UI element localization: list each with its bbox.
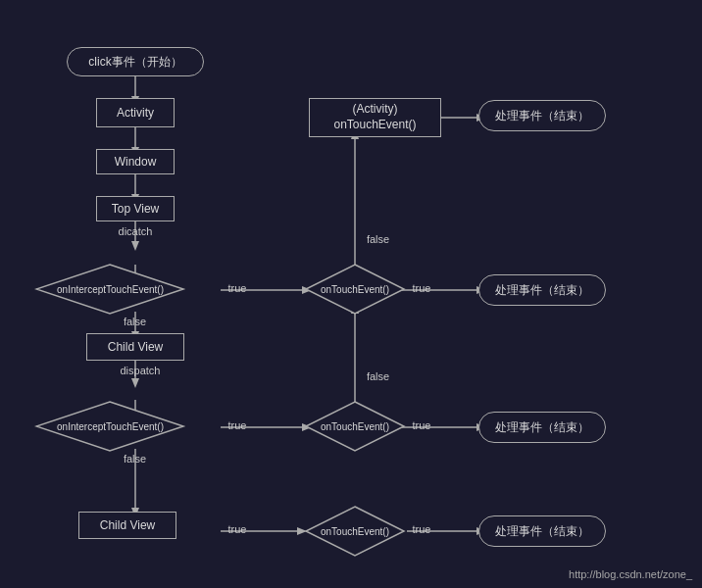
true4-label: true bbox=[408, 282, 435, 294]
childview2-node: Child View bbox=[78, 512, 176, 539]
true5-label: true bbox=[408, 419, 435, 431]
activity-node: Activity bbox=[96, 98, 175, 127]
true3-label: true bbox=[224, 523, 251, 535]
svg-marker-17 bbox=[131, 378, 139, 388]
intercept2-diamond: onInterceptTouchEvent() bbox=[34, 400, 186, 454]
ontouchevent2-diamond: onTouchEvent() bbox=[304, 400, 406, 454]
start-node: click事件（开始） bbox=[67, 47, 204, 76]
ontouchevent3-diamond: onTouchEvent() bbox=[304, 505, 406, 559]
handle4-node: 处理事件（结束） bbox=[478, 515, 606, 547]
url-text: http://blog.csdn.net/zone_ bbox=[569, 568, 692, 580]
handle2-node: 处理事件（结束） bbox=[478, 274, 606, 306]
intercept1-label: onInterceptTouchEvent() bbox=[34, 284, 186, 296]
false4-label: false bbox=[361, 370, 395, 382]
false1-label: false bbox=[118, 316, 152, 327]
handle1-node: 处理事件（结束） bbox=[478, 100, 606, 131]
true2-label: true bbox=[224, 419, 251, 431]
true1-label: true bbox=[224, 282, 251, 294]
intercept1-diamond: onInterceptTouchEvent() bbox=[34, 263, 186, 317]
handle3-node: 处理事件（结束） bbox=[478, 412, 606, 443]
dispatch1-label: dicatch bbox=[116, 225, 155, 237]
ontouchevent2-label: onTouchEvent() bbox=[304, 421, 406, 433]
svg-marker-7 bbox=[131, 241, 139, 251]
activity-ontouchevent-node: (Activity) onTouchEvent() bbox=[309, 98, 441, 137]
window-node: Window bbox=[96, 149, 175, 174]
ontouchevent1-label: onTouchEvent() bbox=[304, 284, 406, 296]
ontouchevent3-label: onTouchEvent() bbox=[304, 526, 406, 538]
false3-label: false bbox=[361, 233, 395, 245]
diagram: click事件（开始） Activity Window Top View dic… bbox=[0, 0, 702, 588]
intercept2-label: onInterceptTouchEvent() bbox=[34, 421, 186, 433]
dispatch2-label: dispatch bbox=[116, 365, 165, 376]
childview1-node: Child View bbox=[86, 333, 184, 361]
ontouchevent1-diamond: onTouchEvent() bbox=[304, 263, 406, 317]
false2-label: false bbox=[118, 453, 152, 465]
true6-label: true bbox=[408, 523, 435, 535]
topview-node: Top View bbox=[96, 196, 175, 221]
